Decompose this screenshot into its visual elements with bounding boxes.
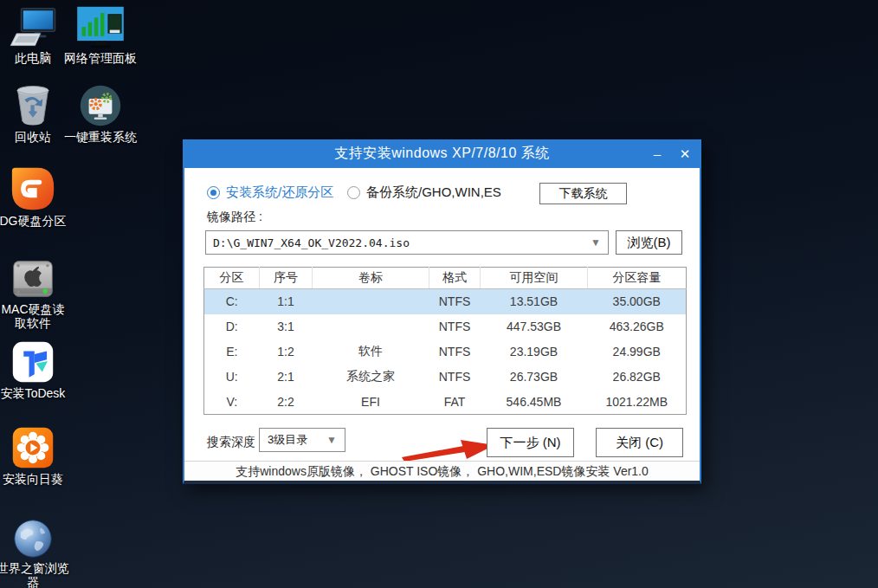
- table-row-d[interactable]: D: 3:1 NTFS 447.53GB 463.26GB: [204, 314, 687, 339]
- installer-dialog: 支持安装windows XP/7/8/10 系统 – ✕ 安装系统/还原分区 备…: [183, 139, 701, 484]
- install-todesk-icon: [8, 340, 58, 384]
- icon-label: 一键重装系统: [64, 130, 137, 144]
- radio-install-restore[interactable]: 安装系统/还原分区: [207, 184, 333, 201]
- dg-partition-icon: [8, 168, 58, 211]
- table-row-u[interactable]: U: 2:1 系统之家 NTFS 26.73GB 26.82GB: [204, 365, 687, 390]
- close-icon[interactable]: ✕: [672, 139, 698, 168]
- radio-unchecked-icon: [347, 186, 360, 199]
- table-row-v[interactable]: V: 2:2 EFI FAT 546.45MB 1021.22MB: [204, 390, 687, 415]
- image-path-label: 镜像路径 :: [207, 210, 262, 225]
- search-depth-label: 搜索深度: [207, 435, 255, 450]
- download-system-button[interactable]: 下载系统: [539, 183, 627, 204]
- desktop-icon-mac-disk-reader[interactable]: MAC硬盘读取软件: [0, 256, 70, 330]
- radio-backup[interactable]: 备份系统/GHO,WIN,ES: [347, 184, 501, 201]
- desktop-icon-install-sunflower[interactable]: 安装向日葵: [0, 426, 70, 486]
- dropdown-arrow-icon: ▼: [591, 236, 601, 249]
- icon-label: DG硬盘分区: [0, 214, 67, 228]
- icon-label: 网络管理面板: [64, 51, 137, 65]
- mac-disk-reader-icon: [8, 256, 58, 300]
- table-row-c[interactable]: C: 1:1 NTFS 13.51GB 35.00GB: [204, 289, 687, 314]
- this-pc-icon: [8, 5, 58, 48]
- partition-table-header: 分区 序号 卷标 格式 可用空间 分区容量: [204, 268, 687, 289]
- network-panel-icon: [75, 5, 126, 48]
- recycle-bin-icon: [8, 84, 58, 127]
- icon-label: 安装ToDesk: [1, 386, 66, 400]
- minimize-icon[interactable]: –: [644, 139, 670, 168]
- image-path-combobox[interactable]: D:\G_WIN7_X64_OK_V2022.04.iso ▼: [205, 230, 609, 255]
- next-button[interactable]: 下一步 (N): [487, 428, 574, 457]
- desktop-icon-network-panel[interactable]: 网络管理面板: [57, 5, 144, 65]
- icon-label: 回收站: [15, 130, 51, 144]
- desktop-icon-install-todesk[interactable]: 安装ToDesk: [0, 340, 70, 400]
- dialog-title: 支持安装windows XP/7/8/10 系统: [183, 145, 701, 163]
- one-key-reinstall-icon: [75, 84, 126, 127]
- icon-label: 此电脑: [15, 51, 51, 65]
- dialog-titlebar[interactable]: 支持安装windows XP/7/8/10 系统 – ✕: [183, 139, 701, 168]
- search-depth-value: 3级目录: [268, 432, 307, 448]
- icon-label: 世界之窗浏览器: [0, 561, 70, 588]
- desktop-icon-dg-partition[interactable]: DG硬盘分区: [0, 168, 70, 228]
- search-depth-select[interactable]: 3级目录 ▼: [259, 428, 345, 452]
- desktop-icon-one-key-reinstall[interactable]: 一键重装系统: [57, 84, 144, 144]
- world-window-browser-icon: [8, 515, 58, 559]
- partition-table: 分区 序号 卷标 格式 可用空间 分区容量 C: 1:1 NTFS 13.51G…: [203, 267, 687, 415]
- icon-label: 安装向日葵: [3, 472, 63, 486]
- col-format: 格式: [429, 268, 481, 289]
- col-volume-label: 卷标: [313, 268, 429, 289]
- col-free-space: 可用空间: [481, 268, 588, 289]
- col-partition: 分区: [204, 268, 260, 289]
- browse-button[interactable]: 浏览(B): [616, 230, 682, 255]
- image-path-value: D:\G_WIN7_X64_OK_V2022.04.iso: [213, 236, 410, 249]
- radio-backup-label: 备份系统/GHO,WIN,ES: [366, 184, 501, 201]
- install-sunflower-icon: [8, 426, 58, 469]
- desktop-icon-world-window-browser[interactable]: 世界之窗浏览器: [0, 515, 70, 588]
- dialog-footer-text: 支持windows原版镜像， GHOST ISO镜像， GHO,WIM,ESD镜…: [184, 461, 700, 481]
- radio-install-label: 安装系统/还原分区: [226, 184, 333, 201]
- col-capacity: 分区容量: [588, 268, 687, 289]
- table-row-e[interactable]: E: 1:2 软件 NTFS 23.19GB 24.99GB: [204, 339, 687, 365]
- col-index: 序号: [260, 268, 313, 289]
- radio-checked-icon: [207, 186, 220, 199]
- icon-label: MAC硬盘读取软件: [0, 302, 70, 330]
- dropdown-arrow-icon: ▼: [326, 434, 337, 446]
- close-dialog-button[interactable]: 关闭 (C): [596, 428, 683, 457]
